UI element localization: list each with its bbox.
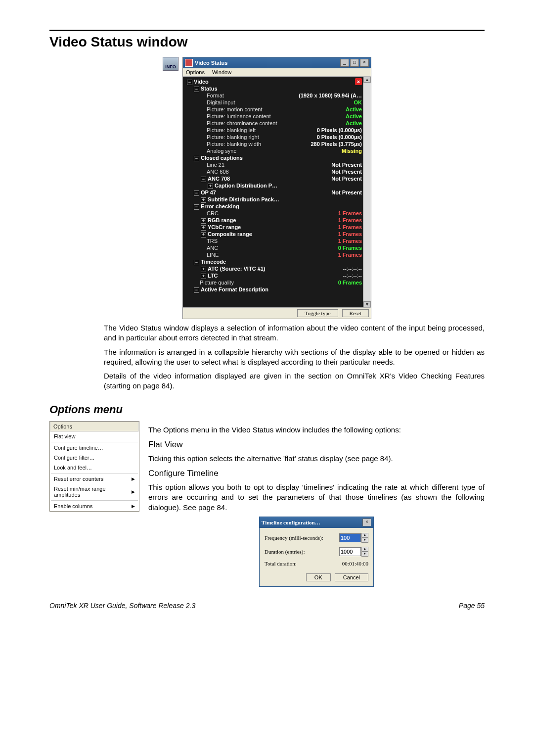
frequency-stepper[interactable]: ▴▾ <box>339 533 368 543</box>
row-label[interactable]: LTC <box>208 273 218 279</box>
row-label: Analog sync <box>207 148 236 154</box>
field-label: Frequency (milli-seconds): <box>265 535 323 541</box>
row-value: 1 Frames <box>338 237 362 244</box>
row-value: Not Present <box>331 175 362 182</box>
node-timecode[interactable]: Timecode <box>201 259 226 265</box>
frequency-input[interactable] <box>339 533 361 542</box>
menu-options[interactable]: Options <box>186 69 205 75</box>
row-label: Picture: chrominance content <box>207 120 277 126</box>
footer-left: OmniTek XR User Guide, Software Release … <box>49 602 195 610</box>
video-status-window: Video Status _ □ × Options Window −Video… <box>182 57 371 319</box>
scrollbar[interactable] <box>363 77 371 307</box>
collapse-icon[interactable]: − <box>194 204 199 210</box>
collapse-icon[interactable]: − <box>194 87 199 92</box>
menu-item-reset-amplitudes[interactable]: Reset min/max range amplitudes▶ <box>50 484 139 500</box>
app-icon <box>185 59 193 67</box>
row-value: 1 Frames <box>338 224 362 231</box>
collapse-icon[interactable]: − <box>194 260 199 265</box>
menu-window[interactable]: Window <box>212 69 231 75</box>
collapse-icon[interactable]: − <box>187 80 192 85</box>
expand-icon[interactable]: + <box>201 225 206 231</box>
footer-right: Page 55 <box>459 602 485 610</box>
spin-down-icon[interactable]: ▾ <box>361 552 368 557</box>
menu-item-look-and-feel[interactable]: Look and feel… <box>50 463 139 472</box>
window-titlebar[interactable]: Video Status _ □ × <box>183 57 371 68</box>
row-value: Active <box>346 106 362 113</box>
row-value: 0 Frames <box>338 244 362 251</box>
spin-down-icon[interactable]: ▾ <box>361 538 368 543</box>
menu-item-enable-columns[interactable]: Enable columns▶ <box>50 501 139 511</box>
menu-item-configure-timeline[interactable]: Configure timeline… <box>50 443 139 453</box>
field-label: Total duration: <box>265 561 297 567</box>
row-value: 1 Frames <box>338 217 362 224</box>
row-label[interactable]: YCbCr range <box>208 224 241 230</box>
dialog-title: Timeline configuration… <box>262 520 320 525</box>
field-label: Duration (entries): <box>265 549 305 555</box>
close-button[interactable]: × <box>360 59 369 67</box>
menu-separator <box>51 473 138 473</box>
paragraph: Details of the video information display… <box>104 371 485 391</box>
row-label[interactable]: Subtitle Distribution Pack… <box>208 196 279 202</box>
expand-icon[interactable]: + <box>201 267 206 272</box>
menu-separator <box>51 442 138 442</box>
duration-input[interactable] <box>339 547 361 556</box>
toggle-type-button[interactable]: Toggle type <box>297 309 338 317</box>
row-value: Not Present <box>331 189 362 196</box>
cancel-button[interactable]: Cancel <box>335 573 368 581</box>
collapse-icon[interactable]: − <box>194 156 199 161</box>
node-afd[interactable]: Active Format Description <box>201 286 268 292</box>
menu-header[interactable]: Options <box>50 422 139 431</box>
expand-icon[interactable]: + <box>201 274 206 279</box>
row-label[interactable]: OP 47 <box>201 189 216 195</box>
node-closed-captions[interactable]: Closed captions <box>201 155 243 161</box>
reset-button[interactable]: Reset <box>342 309 369 317</box>
expand-icon[interactable]: + <box>201 197 206 203</box>
row-value: --:--:--:-- <box>343 272 362 279</box>
close-button[interactable]: × <box>362 519 371 526</box>
collapse-icon[interactable]: − <box>194 190 199 196</box>
node-status[interactable]: Status <box>201 86 218 92</box>
row-value: 1 Frames <box>338 251 362 258</box>
maximize-button[interactable]: □ <box>350 59 359 67</box>
minimize-button[interactable]: _ <box>340 59 349 67</box>
row-label: Line 21 <box>207 162 224 168</box>
row-value: Active <box>346 113 362 120</box>
expand-icon[interactable]: + <box>208 184 213 189</box>
menu-item-reset-error-counters[interactable]: Reset error counters▶ <box>50 474 139 484</box>
menu-item-flat-view[interactable]: Flat view <box>50 431 139 441</box>
row-label: Picture: luminance content <box>207 113 271 119</box>
row-value: (1920 x 1080) 59.94i (A… <box>299 92 362 99</box>
collapse-icon[interactable]: − <box>194 287 199 293</box>
spin-up-icon[interactable]: ▴ <box>361 547 368 552</box>
dialog-titlebar[interactable]: Timeline configuration… × <box>260 517 373 528</box>
row-value: 1 Frames <box>338 231 362 237</box>
window-title: Video Status <box>195 60 227 66</box>
window-footer: Toggle type Reset <box>183 307 371 319</box>
row-label[interactable]: Composite range <box>208 231 252 237</box>
row-label[interactable]: ATC (Source: VITC #1) <box>208 266 266 272</box>
submenu-arrow-icon: ▶ <box>132 504 135 509</box>
status-tree[interactable]: −Video× −Status Format(1920 x 1080) 59.9… <box>183 77 371 307</box>
paragraph: The information is arranged in a collaps… <box>104 347 485 368</box>
paragraph: Ticking this option selects the alternat… <box>148 454 485 464</box>
duration-stepper[interactable]: ▴▾ <box>339 547 368 557</box>
paragraph: The Options menu in the Video Status win… <box>148 425 485 435</box>
paragraph: The Video Status window displays a selec… <box>104 323 485 343</box>
submenu-arrow-icon: ▶ <box>132 489 135 494</box>
row-label[interactable]: Caption Distribution P… <box>215 183 277 189</box>
ok-button[interactable]: OK <box>306 573 331 581</box>
node-error-checking[interactable]: Error checking <box>201 203 239 209</box>
spin-up-icon[interactable]: ▴ <box>361 533 368 538</box>
total-duration-value: 00:01:40:00 <box>342 561 368 567</box>
options-menu: Options Flat view Configure timeline… Co… <box>49 421 139 512</box>
menu-separator <box>51 500 138 501</box>
timeline-config-dialog: Timeline configuration… × Frequency (mil… <box>259 517 374 587</box>
collapse-icon[interactable]: − <box>201 177 206 182</box>
menu-item-configure-filter[interactable]: Configure filter… <box>50 453 139 463</box>
expand-icon[interactable]: + <box>201 218 206 224</box>
row-label[interactable]: RGB range <box>208 217 236 223</box>
expand-icon[interactable]: + <box>201 232 206 237</box>
node-video[interactable]: Video <box>194 79 209 85</box>
menubar: Options Window <box>183 68 371 77</box>
row-value: OK <box>354 99 362 106</box>
